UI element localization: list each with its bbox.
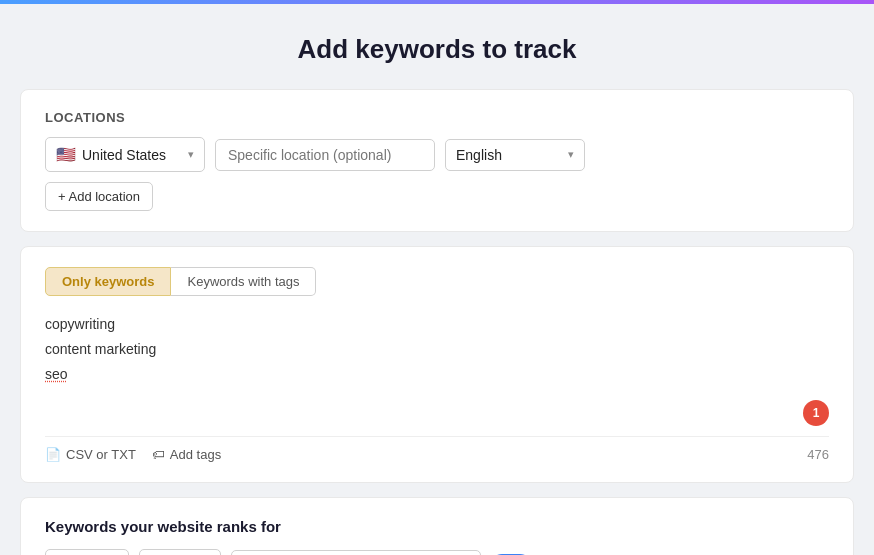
ranks-card: Keywords your website ranks for Position… bbox=[20, 497, 854, 555]
file-icon: 📄 bbox=[45, 447, 61, 462]
page-title: Add keywords to track bbox=[20, 34, 854, 65]
error-badge: 1 bbox=[803, 400, 829, 426]
volume-filter-button[interactable]: Volume ▾ bbox=[139, 549, 220, 555]
tab-keywords-with-tags[interactable]: Keywords with tags bbox=[171, 267, 316, 296]
tag-icon: 🏷 bbox=[152, 447, 165, 462]
position-filter-button[interactable]: Position ▾ bbox=[45, 549, 129, 555]
keyword-search-box[interactable]: 🔍 bbox=[231, 550, 481, 555]
csv-label: CSV or TXT bbox=[66, 447, 136, 462]
footer-left: 📄 CSV or TXT 🏷 Add tags bbox=[45, 447, 221, 462]
specific-location-input[interactable] bbox=[215, 139, 435, 171]
keywords-area[interactable]: copywriting content marketing seo bbox=[45, 312, 829, 392]
locations-label: Locations bbox=[45, 110, 829, 125]
badge-container: 1 bbox=[45, 400, 829, 426]
add-location-button[interactable]: + Add location bbox=[45, 182, 153, 211]
locations-row: 🇺🇸 United States ▾ English ▾ bbox=[45, 137, 829, 172]
ranks-card-title: Keywords your website ranks for bbox=[45, 518, 829, 535]
keywords-footer: 📄 CSV or TXT 🏷 Add tags 476 bbox=[45, 436, 829, 462]
tab-only-keywords[interactable]: Only keywords bbox=[45, 267, 171, 296]
page-wrapper: Add keywords to track Locations 🇺🇸 Unite… bbox=[0, 4, 874, 555]
country-dropdown[interactable]: 🇺🇸 United States ▾ bbox=[45, 137, 205, 172]
keyword-item: content marketing bbox=[45, 337, 829, 362]
locations-card: Locations 🇺🇸 United States ▾ English ▾ +… bbox=[20, 89, 854, 232]
country-dropdown-arrow: ▾ bbox=[188, 148, 194, 161]
country-name: United States bbox=[82, 147, 166, 163]
language-dropdown[interactable]: English ▾ bbox=[445, 139, 585, 171]
csv-upload-action[interactable]: 📄 CSV or TXT bbox=[45, 447, 136, 462]
add-tags-action[interactable]: 🏷 Add tags bbox=[152, 447, 221, 462]
keyword-tabs: Only keywords Keywords with tags bbox=[45, 267, 829, 296]
language-name: English bbox=[456, 147, 502, 163]
keywords-count: 476 bbox=[807, 447, 829, 462]
keyword-item-seo: seo bbox=[45, 362, 829, 387]
country-flag: 🇺🇸 bbox=[56, 145, 76, 164]
add-location-label: + Add location bbox=[58, 189, 140, 204]
bottom-controls-row: Position ▾ Volume ▾ 🔍 Hide already track… bbox=[45, 549, 829, 555]
keyword-item: copywriting bbox=[45, 312, 829, 337]
language-dropdown-arrow: ▾ bbox=[568, 148, 574, 161]
keywords-card: Only keywords Keywords with tags copywri… bbox=[20, 246, 854, 483]
add-tags-label: Add tags bbox=[170, 447, 221, 462]
